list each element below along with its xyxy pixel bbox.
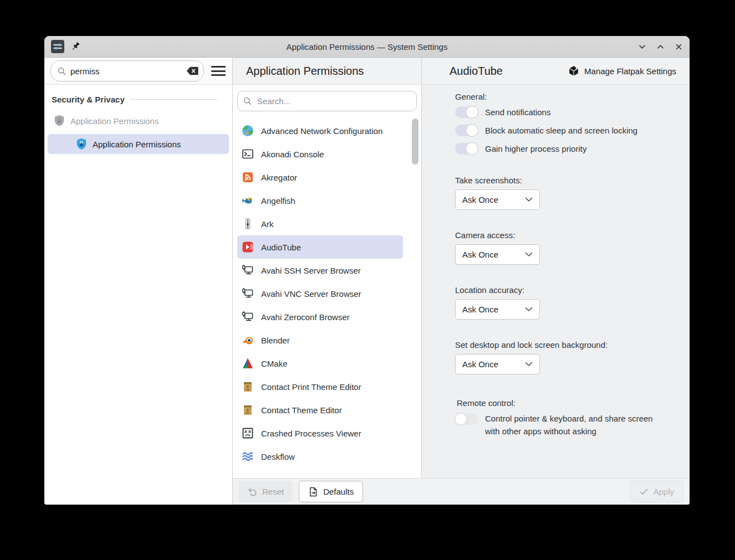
app-list-item[interactable]: Contact Theme Editor [237, 398, 403, 422]
search-icon [58, 67, 66, 75]
app-list-item[interactable]: Avahi Zeroconf Browser [237, 305, 403, 328]
sidebar: Security & Privacy Application Permissio… [44, 58, 233, 505]
app-name-label: Avahi Zeroconf Browser [261, 312, 350, 322]
toggle-row-block-sleep: Block automatic sleep and screen locking [455, 124, 676, 137]
application-list-panel: Application Permissions Advanced Network… [233, 58, 422, 478]
app-list-item[interactable]: Blender [237, 328, 403, 352]
block-sleep-toggle[interactable] [455, 125, 478, 136]
app-name-label: Blender [261, 336, 290, 345]
camera-access-dropdown[interactable]: Ask Once [455, 244, 540, 265]
blender-icon [242, 334, 254, 346]
app-name-label: Crashed Processes Viewer [261, 429, 361, 438]
defaults-button[interactable]: Defaults [299, 481, 363, 502]
close-button[interactable] [674, 42, 683, 51]
app-search-input[interactable] [256, 96, 411, 106]
network-monitor-icon [242, 287, 254, 300]
dropdown-value: Ask Once [462, 359, 498, 369]
undo-icon [248, 487, 257, 496]
set-background-dropdown[interactable]: Ask Once [455, 354, 540, 374]
app-name-label: Advanced Network Configuration [261, 126, 382, 136]
app-list-item[interactable]: Deskflow [237, 445, 403, 468]
app-list-item[interactable]: Akregator [237, 166, 403, 189]
network-monitor-icon [242, 264, 254, 276]
app-name-label: Avahi VNC Server Browser [261, 289, 361, 299]
app-name-label: Deskflow [261, 452, 295, 461]
take-screenshots-dropdown[interactable]: Ask Once [455, 189, 540, 210]
minimize-button[interactable] [637, 42, 646, 51]
app-list-item[interactable]: Akonadi Console [237, 142, 403, 166]
network-monitor-icon [242, 311, 254, 323]
permission-section-screenshots: Take screenshots: Ask Once [455, 176, 676, 210]
fish-icon [242, 194, 254, 207]
contact-theme-icon [242, 404, 254, 416]
app-name-label: Akonadi Console [261, 150, 324, 159]
app-name-label: Avahi SSH Server Browser [261, 266, 361, 275]
toggle-row-remote-control: Control pointer & keyboard, and share sc… [455, 413, 676, 438]
package-cube-icon [568, 65, 579, 76]
remote-control-toggle[interactable] [455, 413, 478, 425]
app-name-label: Akregator [261, 173, 297, 182]
remote-control-label: Remote control: [457, 398, 676, 408]
app-search-field[interactable] [237, 91, 417, 111]
apply-label: Apply [653, 487, 674, 496]
detail-panel-header: AudioTube Manage Flatpak Settings [422, 58, 690, 85]
sidebar-item-application-permissions-parent[interactable]: Application Permissions [48, 111, 229, 131]
detail-panel-title: AudioTube [450, 65, 503, 78]
audiotube-play-icon [242, 241, 254, 253]
chevron-down-icon [525, 252, 533, 257]
titlebar[interactable]: Application Permissions — System Setting… [44, 36, 690, 58]
general-label: General: [455, 92, 676, 101]
app-list-item[interactable]: AudioTube [237, 235, 403, 259]
window-title: Application Permissions — System Setting… [44, 42, 690, 52]
toggle-label: Gain higher process priority [485, 144, 586, 153]
dropdown-value: Ask Once [462, 305, 498, 314]
app-list-item[interactable]: Avahi VNC Server Browser [237, 282, 403, 305]
location-accuracy-dropdown[interactable]: Ask Once [455, 299, 540, 320]
maximize-button[interactable] [656, 42, 665, 51]
app-name-label: Angelfish [261, 196, 295, 205]
system-settings-window: Application Permissions — System Setting… [44, 36, 690, 505]
app-list: Advanced Network Configuration Akonadi C… [237, 119, 403, 468]
list-scrollbar[interactable] [412, 119, 418, 165]
manage-flatpak-settings-button[interactable]: Manage Flatpak Settings [565, 65, 680, 77]
footer-bar: Reset Defaults Apply [233, 478, 690, 505]
reset-button[interactable]: Reset [239, 481, 293, 502]
app-list-item[interactable]: Contact Print Theme Editor [237, 375, 403, 398]
pin-icon[interactable] [70, 41, 81, 52]
app-name-label: Contact Theme Editor [261, 405, 342, 415]
crashed-face-icon [242, 427, 254, 439]
app-list-item[interactable]: Advanced Network Configuration [237, 119, 403, 142]
contact-theme-icon [242, 381, 254, 393]
app-list-item[interactable]: Ark [237, 212, 403, 235]
app-list-item[interactable]: Crashed Processes Viewer [237, 422, 403, 445]
toggle-label: Block automatic sleep and screen locking [485, 126, 637, 135]
sidebar-item-application-permissions[interactable]: Application Permissions [48, 134, 229, 154]
app-list-item[interactable]: Avahi SSH Server Browser [237, 259, 403, 282]
send-notifications-toggle[interactable] [455, 106, 478, 118]
sidebar-search-input[interactable] [70, 66, 182, 76]
sidebar-search-field[interactable] [50, 60, 204, 81]
menu-hamburger-icon[interactable] [211, 65, 226, 77]
sidebar-item-label: Application Permissions [93, 140, 181, 149]
clear-search-icon[interactable] [186, 66, 198, 75]
section-divider [130, 99, 217, 100]
list-panel-title: Application Permissions [246, 65, 364, 78]
sidebar-category-list: Security & Privacy Application Permissio… [44, 85, 232, 505]
cmake-triangle-icon [242, 357, 254, 369]
shield-blue-icon [76, 138, 87, 150]
toggle-label: Send notifications [485, 107, 550, 117]
permission-form: General: Send notifications Block automa… [422, 85, 690, 478]
chevron-down-icon [525, 362, 533, 367]
app-list-item[interactable]: Angelfish [237, 189, 403, 212]
remote-control-section: Remote control: Control pointer & keyboa… [455, 398, 676, 438]
permission-section-location: Location accuracy: Ask Once [455, 285, 676, 320]
app-list-item[interactable]: CMake [237, 352, 403, 375]
apply-button[interactable]: Apply [630, 481, 683, 502]
toggle-row-send-notifications: Send notifications [455, 106, 676, 119]
permission-section-background: Set desktop and lock screen background: … [455, 340, 676, 374]
terminal-icon [242, 148, 254, 160]
app-name-label: Ark [261, 219, 274, 229]
process-priority-toggle[interactable] [455, 143, 478, 155]
app-name-label: CMake [261, 359, 288, 368]
chevron-down-icon [525, 307, 533, 312]
